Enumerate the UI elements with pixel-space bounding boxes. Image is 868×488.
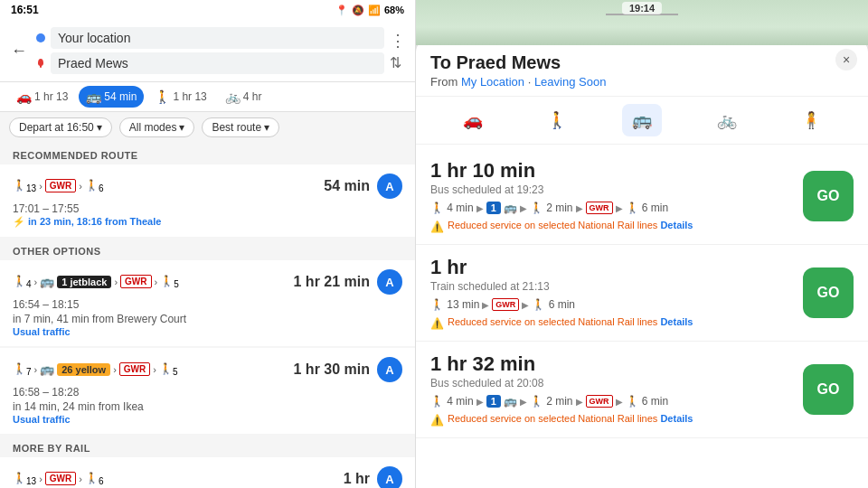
more-options-button[interactable]: ⋮ — [390, 31, 406, 51]
to-dot-icon — [36, 59, 45, 68]
silent-icon: 🔕 — [352, 5, 364, 16]
status-bar-right: 19:14 — [622, 2, 662, 14]
time-left: 16:51 — [11, 4, 39, 16]
status-bar-left: 16:51 📍 🔕 📶 68% — [0, 0, 415, 20]
right-route-card-1[interactable]: 1 hr 10 min Bus scheduled at 19:23 🚶 4 m… — [416, 148, 868, 245]
route-traffic-2: Usual traffic — [13, 326, 402, 337]
bus-badge-1jetblack: 1 jetblack — [57, 276, 111, 288]
right-mode-accessibility[interactable]: 🧍 — [791, 104, 831, 136]
bus-badge-26yellow: 26 yellow — [57, 363, 110, 376]
gwr-badge: GWR — [45, 179, 76, 192]
mode-tabs: 🚗 1 hr 13 🚌 54 min 🚶 1 hr 13 🚲 4 hr — [0, 82, 415, 112]
right-mode-buttons: 🚗 🚶 🚌 🚲 🧍 — [416, 97, 868, 145]
drive-duration: 1 hr 13 — [34, 90, 68, 103]
right-schedule-3: Bus scheduled at 20:08 — [430, 377, 792, 389]
route-card-3[interactable]: 🚶7 › 🚌 26 yellow › GWR › 🚶5 1 hr 30 min … — [0, 348, 415, 434]
right-mode-drive[interactable]: 🚗 — [453, 104, 493, 136]
avatar-button-1[interactable]: A — [377, 174, 402, 199]
right-schedule-1: Bus scheduled at 19:23 — [430, 183, 792, 196]
route-top-3: 🚶7 › 🚌 26 yellow › GWR › 🚶5 1 hr 30 min … — [13, 357, 402, 382]
chevron-down-icon-2: ▾ — [179, 121, 184, 134]
warning-icon-2: ⚠️ — [430, 317, 444, 330]
right-duration-3: 1 hr 32 min — [430, 352, 792, 376]
right-route-info-1: 1 hr 10 min Bus scheduled at 19:23 🚶 4 m… — [430, 159, 792, 233]
signal-icon: 📶 — [368, 5, 381, 16]
route-card-recommended[interactable]: 🚶13 › GWR › 🚶6 54 min A 17:01 – 17:55 ⚡ … — [0, 164, 415, 237]
location-icon: 📍 — [335, 5, 348, 16]
right-routes-list: 1 hr 10 min Bus scheduled at 19:23 🚶 4 m… — [416, 145, 868, 488]
go-button-2[interactable]: GO — [803, 267, 854, 318]
avatar-button-3[interactable]: A — [377, 357, 402, 382]
back-button[interactable]: ← — [7, 40, 31, 62]
route-time-1: 17:01 – 17:55 — [13, 202, 402, 215]
mode-transit[interactable]: 🚌 54 min — [79, 86, 144, 108]
right-route-card-2[interactable]: 1 hr Train scheduled at 21:13 🚶 13 min ▶… — [416, 245, 868, 342]
route-filter[interactable]: Best route ▾ — [202, 117, 279, 137]
route-card-2[interactable]: 🚶4 › 🚌 1 jetblack › GWR › 🚶5 1 hr 21 min… — [0, 260, 415, 346]
search-bar-area: ← ⋮ ⇅ — [0, 20, 415, 82]
gwr-badge-4: GWR — [45, 472, 76, 485]
right-schedule-2: Train scheduled at 21:13 — [430, 280, 792, 293]
sep: · — [524, 75, 534, 89]
walk-step-1b: 🚶 2 min — [530, 202, 573, 214]
details-link-2[interactable]: Details — [660, 316, 693, 327]
mode-bike[interactable]: 🚲 4 hr — [218, 86, 269, 108]
walk-step-1c: 🚶 6 min — [626, 202, 669, 214]
details-link-3[interactable]: Details — [660, 413, 693, 424]
recommended-label: RECOMMENDED ROUTE — [0, 143, 415, 164]
from-input[interactable] — [51, 27, 384, 49]
drive-icon: 🚗 — [16, 89, 32, 104]
walk-duration: 1 hr 13 — [173, 90, 206, 103]
right-route-info-3: 1 hr 32 min Bus scheduled at 20:08 🚶 4 m… — [430, 352, 792, 427]
route-steps-4: 🚶13 › GWR › 🚶6 — [13, 472, 103, 486]
route-traffic-3: Usual traffic — [13, 414, 402, 425]
details-link-1[interactable]: Details — [660, 220, 693, 230]
from-row — [36, 27, 384, 49]
right-mode-walk[interactable]: 🚶 — [537, 104, 577, 136]
route-steps-3: 🚶7 › 🚌 26 yellow › GWR › 🚶5 — [13, 362, 178, 377]
right-steps-1: 🚶 4 min ▶ 1 🚌 ▶ 🚶 2 min ▶ GWR ▶ 🚶 6 min — [430, 202, 792, 214]
leaving-soon-text: Leaving Soon — [534, 75, 607, 89]
close-button[interactable]: × — [835, 49, 857, 70]
right-panel: 19:14 To Praed Mews From My Location · L… — [416, 0, 868, 488]
route-top-2: 🚶4 › 🚌 1 jetblack › GWR › 🚶5 1 hr 21 min… — [13, 269, 402, 295]
right-content: To Praed Mews From My Location · Leaving… — [416, 38, 868, 488]
depart-filter[interactable]: Depart at 16:50 ▾ — [9, 117, 112, 137]
right-header: To Praed Mews From My Location · Leaving… — [416, 38, 868, 97]
route-depart-1: ⚡ in 23 min, 18:16 from Theale — [13, 216, 402, 228]
avatar-button-2[interactable]: A — [377, 269, 402, 295]
to-row — [36, 52, 384, 74]
avatar-button-4[interactable]: A — [377, 466, 402, 488]
go-button-3[interactable]: GO — [803, 364, 854, 415]
mode-drive[interactable]: 🚗 1 hr 13 — [9, 86, 75, 108]
right-warning-1: ⚠️ Reduced service on selected National … — [430, 220, 792, 233]
route-card-4[interactable]: 🚶13 › GWR › 🚶6 1 hr A 17:10 – 18:10 ⚡ in… — [0, 457, 415, 488]
search-fields — [36, 27, 384, 74]
right-steps-3: 🚶 4 min ▶ 1 🚌 ▶ 🚶 2 min ▶ GWR ▶ 🚶 6 min — [430, 395, 792, 408]
right-subtitle: From My Location · Leaving Soon — [430, 75, 854, 89]
bus-icon-3: 🚌 — [40, 362, 54, 376]
other-options-label: OTHER OPTIONS — [0, 239, 415, 260]
right-header-wrapper: To Praed Mews From My Location · Leaving… — [416, 38, 868, 97]
bike-icon: 🚲 — [225, 89, 241, 104]
transit-duration: 54 min — [104, 90, 137, 103]
to-input[interactable] — [51, 52, 384, 74]
chevron-down-icon: ▾ — [97, 121, 102, 134]
modes-filter[interactable]: All modes ▾ — [119, 117, 195, 137]
route-time-3: 16:58 – 18:28 — [13, 386, 402, 399]
right-route-card-3[interactable]: 1 hr 32 min Bus scheduled at 20:08 🚶 4 m… — [416, 342, 868, 438]
filter-row: Depart at 16:50 ▾ All modes ▾ Best route… — [0, 112, 415, 143]
gwr-step-1: GWR — [586, 202, 613, 214]
my-location-link[interactable]: My Location — [461, 75, 524, 89]
right-warning-3: ⚠️ Reduced service on selected National … — [430, 413, 792, 427]
gwr-badge-3: GWR — [119, 362, 150, 376]
bus-num-1: 1 — [486, 202, 501, 214]
route-top-1: 🚶13 › GWR › 🚶6 54 min A — [13, 174, 402, 199]
walk-step-1: 🚶 4 min — [430, 202, 474, 214]
right-mode-bike[interactable]: 🚲 — [707, 104, 747, 136]
route-duration-4: 1 hr — [344, 471, 370, 487]
right-mode-transit[interactable]: 🚌 — [622, 104, 662, 136]
go-button-1[interactable]: GO — [803, 171, 854, 221]
swap-button[interactable]: ⇅ — [390, 54, 406, 71]
mode-walk[interactable]: 🚶 1 hr 13 — [147, 86, 213, 108]
